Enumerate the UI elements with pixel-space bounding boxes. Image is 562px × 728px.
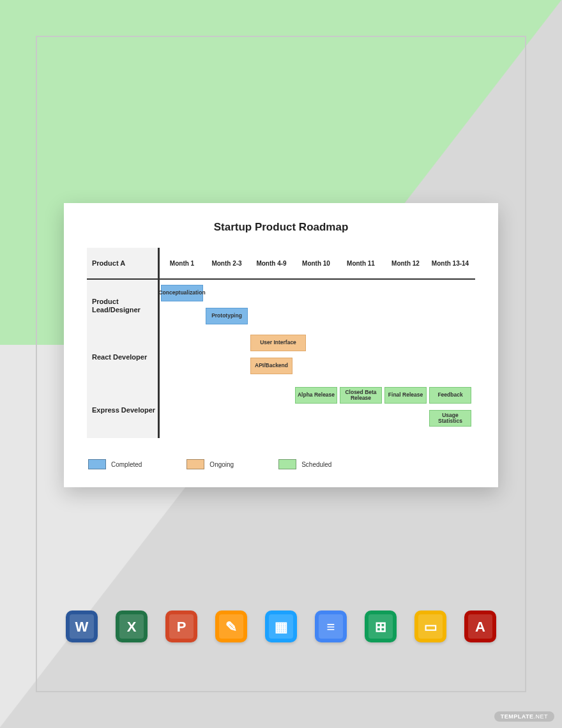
roadmap-grid: Product A Month 1Month 2-3Month 4-9Month… bbox=[87, 248, 475, 439]
gantt-bar: Alpha Release bbox=[295, 387, 337, 404]
svg-text:P: P bbox=[177, 619, 186, 635]
col-header: Month 2-3 bbox=[204, 248, 249, 278]
svg-text:A: A bbox=[475, 619, 485, 635]
watermark-brand: TEMPLATE bbox=[501, 713, 534, 720]
gantt-bar: User Interface bbox=[250, 335, 306, 351]
gantt-bar: Closed Beta Release bbox=[340, 387, 382, 404]
svg-text:≡: ≡ bbox=[327, 619, 335, 635]
chart-title: Startup Product Roadmap bbox=[64, 221, 498, 234]
col-header: Month 13-14 bbox=[428, 248, 473, 278]
legend-swatch bbox=[88, 459, 106, 469]
app-icon-google-slides[interactable]: ▭ bbox=[414, 610, 446, 642]
document-card: Startup Product Roadmap Product A Month … bbox=[64, 203, 498, 487]
header-cells: Month 1Month 2-3Month 4-9Month 10Month 1… bbox=[160, 248, 473, 278]
legend: CompletedOngoingScheduled bbox=[88, 459, 331, 469]
table-row: Product Lead/DesignerConceptualizationPr… bbox=[87, 280, 475, 332]
gantt-bar: Feedback bbox=[429, 387, 471, 404]
legend-label: Scheduled bbox=[301, 461, 331, 468]
svg-text:⊞: ⊞ bbox=[375, 619, 386, 635]
watermark-tld: .NET bbox=[533, 713, 548, 720]
svg-text:▭: ▭ bbox=[424, 619, 437, 635]
gantt-bar: Conceptualization bbox=[161, 285, 203, 301]
app-icon-powerpoint[interactable]: P bbox=[165, 610, 197, 642]
svg-text:W: W bbox=[75, 619, 89, 635]
svg-text:X: X bbox=[127, 619, 137, 635]
row-label: Product Lead/Designer bbox=[87, 280, 160, 332]
header-corner: Product A bbox=[87, 248, 160, 278]
legend-swatch bbox=[278, 459, 296, 469]
col-header: Month 1 bbox=[160, 248, 204, 278]
app-icon-keynote[interactable]: ▦ bbox=[265, 610, 297, 642]
watermark-badge: TEMPLATE.NET bbox=[494, 711, 554, 722]
table-row: Express DeveloperAlpha ReleaseClosed Bet… bbox=[87, 383, 475, 438]
row-label: Express Developer bbox=[87, 383, 160, 438]
header-row: Product A Month 1Month 2-3Month 4-9Month… bbox=[87, 248, 475, 280]
col-header: Month 12 bbox=[383, 248, 428, 278]
col-header: Month 4-9 bbox=[249, 248, 294, 278]
row-lane: User InterfaceAPI/Backend bbox=[160, 332, 475, 383]
gantt-bar: Prototyping bbox=[206, 308, 248, 324]
app-icon-adobe-pdf[interactable]: A bbox=[464, 610, 496, 642]
gantt-bar: Usage Statistics bbox=[429, 410, 471, 427]
legend-item: Scheduled bbox=[278, 459, 331, 469]
legend-item: Completed bbox=[88, 459, 142, 469]
legend-label: Completed bbox=[111, 461, 142, 468]
col-header: Month 10 bbox=[294, 248, 338, 278]
gantt-bar: API/Backend bbox=[250, 358, 292, 374]
legend-item: Ongoing bbox=[186, 459, 234, 469]
app-icon-word[interactable]: W bbox=[66, 610, 98, 642]
row-lane: Alpha ReleaseClosed Beta ReleaseFinal Re… bbox=[160, 383, 475, 438]
gantt-bar: Final Release bbox=[384, 387, 427, 404]
legend-label: Ongoing bbox=[209, 461, 234, 468]
app-icon-google-docs[interactable]: ≡ bbox=[315, 610, 347, 642]
app-icon-google-sheets[interactable]: ⊞ bbox=[365, 610, 397, 642]
row-label: React Developer bbox=[87, 332, 160, 383]
legend-swatch bbox=[186, 459, 204, 469]
table-row: React DeveloperUser InterfaceAPI/Backend bbox=[87, 332, 475, 383]
app-icons-row: WXP✎▦≡⊞▭A bbox=[0, 610, 562, 642]
svg-text:▦: ▦ bbox=[275, 619, 288, 635]
app-icon-pages[interactable]: ✎ bbox=[215, 610, 247, 642]
app-icon-excel[interactable]: X bbox=[116, 610, 148, 642]
page-background: Startup Product Roadmap Product A Month … bbox=[0, 0, 562, 728]
row-lane: ConceptualizationPrototyping bbox=[160, 280, 475, 332]
body-rows: Product Lead/DesignerConceptualizationPr… bbox=[87, 280, 475, 438]
col-header: Month 11 bbox=[338, 248, 383, 278]
svg-text:✎: ✎ bbox=[225, 619, 237, 635]
